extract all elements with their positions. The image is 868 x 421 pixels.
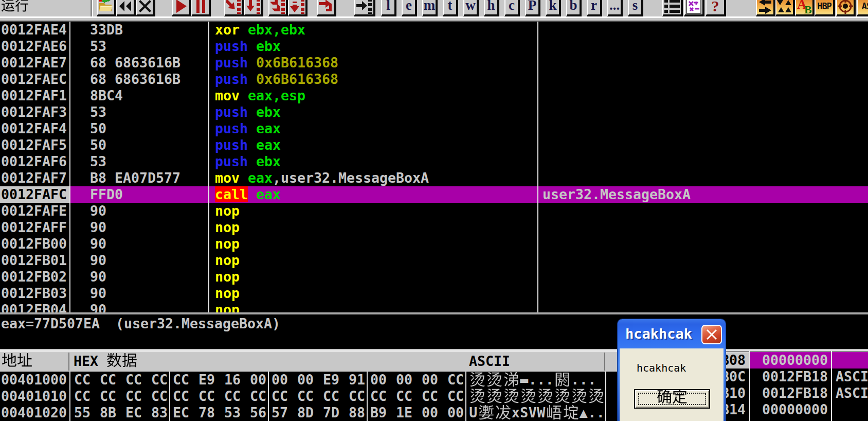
column-divider[interactable] [537,22,538,312]
cpu-window-button[interactable]: c [504,0,520,16]
dump-byte: E9 [323,372,339,388]
step-over-button[interactable] [244,0,263,16]
plugin-hbp-button[interactable]: HBP [815,0,835,16]
dialog-body: hcakhcak [620,348,724,421]
appearance-options-button[interactable] [662,0,683,16]
column-divider[interactable] [749,352,750,421]
patches-window-button[interactable]: P [525,0,540,16]
patch-window-button[interactable] [684,0,704,16]
disasm-instruction: nop [215,302,240,312]
help-button[interactable]: ? [706,0,726,16]
dialog-titlebar[interactable]: hcakhcak [618,319,726,348]
disasm-row[interactable]: 0012FAE433DBxor ebx,ebx [0,22,868,38]
dump-byte: 00 [396,372,412,388]
disasm-row[interactable]: 0012FB0490nop [0,302,868,312]
disasm-row[interactable]: 0012FAEC68 6863616Bpush 0x6B616368 [0,71,868,87]
stack-comment: ASCII [836,385,868,401]
dump-row[interactable]: 00401000CCCCCCCCCCE916000000E991000000CC… [0,372,673,388]
disasm-row[interactable]: 0012FB0290nop [0,269,868,285]
dialog-title: hcakhcak [625,326,692,342]
plugin-swap-button[interactable] [756,0,775,16]
disasm-bytes: 50 [90,137,106,153]
disasm-row[interactable]: 0012FB0090nop [0,236,868,252]
disasm-row[interactable]: 0012FAFE90nop [0,203,868,219]
dump-byte: E9 [198,372,215,388]
execute-till-return-button[interactable] [317,0,336,16]
stack-value: 00000000 [762,401,828,418]
disasm-row[interactable]: 0012FAF653push ebx [0,153,868,170]
folder-icon [98,0,114,13]
column-divider[interactable] [831,352,832,421]
column-divider[interactable] [208,22,209,312]
run-trace-window-button[interactable]: ... [607,0,623,16]
bottom-section: HEX ASCII 00401000CCCCCCCCCCE916000000E9… [0,352,868,421]
disasm-instruction: push 0x6B616368 [215,71,338,87]
disasm-address: 0012FB01 [1,252,67,269]
ok-button[interactable] [634,389,710,409]
animate-over-button[interactable] [288,0,308,16]
dump-row[interactable]: 00401020558BEC83EC785356578D7D88B91E0000… [0,405,673,421]
focus-rectangle [638,393,706,405]
call-stack-window-label: k [549,0,556,14]
column-divider[interactable] [69,22,70,312]
disasm-row[interactable]: 0012FB0190nop [0,252,868,269]
plugin-sort-button[interactable] [775,0,795,16]
disasm-row[interactable]: 0012FAE653push ebx [0,38,868,55]
disasm-instruction: nop [215,219,240,236]
dump-byte: CC [173,372,189,388]
plugin-ab-button[interactable]: AB [795,0,815,16]
restart-button[interactable] [116,0,136,16]
dump-byte: CC [370,388,387,405]
close-button[interactable] [701,325,722,344]
dump-byte: 00 [272,372,288,388]
executables-window-button[interactable]: e [402,0,417,16]
close-program-button[interactable] [136,0,155,16]
disasm-row[interactable]: 0012FAF450push eax [0,120,868,137]
disasm-row[interactable]: 0012FAFCFFD0call eaxuser32.MessageBoxA [0,186,868,203]
animate-into-button[interactable] [268,0,288,16]
stack-value: 0012FB18 [762,369,828,385]
go-to-address-button[interactable] [354,0,375,16]
dump-row[interactable]: 00401010CCCCCCCCCCCCCCCCCCCCCCCCCCCCCCCC [0,388,673,405]
dump-byte: 83 [151,405,168,421]
disasm-row[interactable]: 0012FAFF90nop [0,219,868,236]
plugin-as-button[interactable]: AS [857,0,868,16]
return-icon [319,0,334,13]
dump-byte: 00 [422,372,438,388]
source-window-button[interactable]: s [628,0,643,16]
run-button[interactable] [172,0,191,16]
disasm-address: 0012FB00 [1,236,67,252]
disasm-instruction: nop [215,236,240,252]
breakpoints-window-button[interactable]: b [566,0,582,16]
dump-byte: CC [250,388,266,405]
log-window-button[interactable]: l [381,0,396,16]
disasm-instruction: xor ebx,ebx [215,22,305,38]
dump-byte: CC [422,388,438,405]
disasm-row[interactable]: 0012FAF550push eax [0,137,868,153]
plugin-target-button[interactable] [836,0,856,16]
disasm-row[interactable]: 0012FAE768 6863616Bpush 0x6B616368 [0,55,868,71]
references-window-button[interactable]: r [587,0,602,16]
disasm-row[interactable]: 0012FAF353push ebx [0,104,868,120]
dump-byte: 8D [297,405,314,421]
dump-byte: CC [224,388,241,405]
disasm-bytes: B8 EA07D577 [90,170,180,186]
step-into-button[interactable] [224,0,244,16]
svg-text:?: ? [712,0,719,13]
handles-window-button[interactable]: h [484,0,499,16]
open-file-button[interactable] [97,0,116,16]
call-stack-window-button[interactable]: k [546,0,561,16]
disasm-address: 0012FAF5 [1,137,67,153]
pause-button[interactable] [191,0,211,16]
disasm-row[interactable]: 0012FB0390nop [0,285,868,302]
disasm-row[interactable]: 0012FAF7B8 EA07D577mov eax,user32.Messag… [0,170,868,186]
disasm-bytes: 68 6863616B [90,55,180,71]
disasm-bytes: 33DB [90,22,123,38]
windows-window-button[interactable]: w [463,0,479,16]
disasm-row[interactable]: 0012FAF18BC4mov eax,esp [0,87,868,104]
threads-window-button[interactable]: t [443,0,458,16]
memory-window-button[interactable]: m [422,0,438,16]
disasm-bytes: 53 [90,153,106,170]
disasm-bytes: 53 [90,38,106,55]
svg-text:B: B [804,3,812,14]
